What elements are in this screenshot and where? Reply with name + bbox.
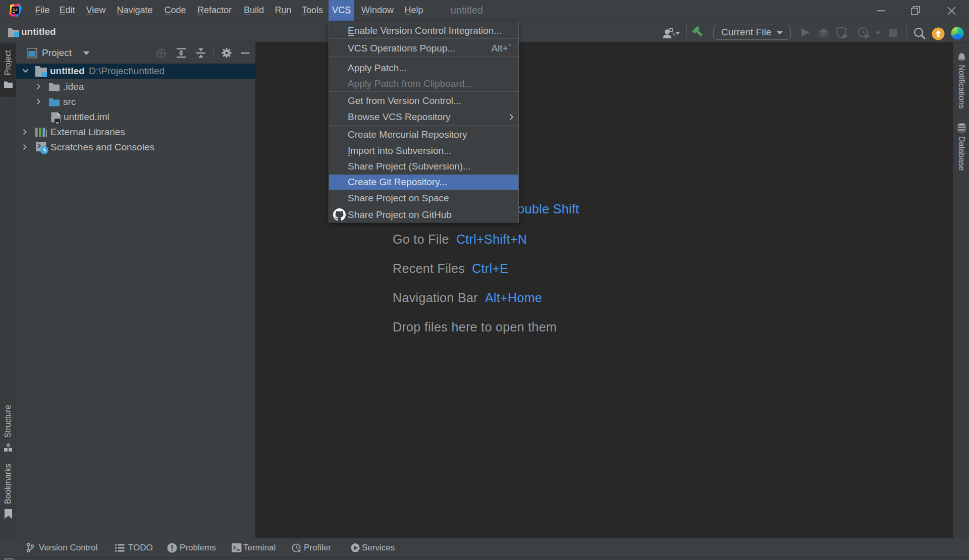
svg-text:IJ: IJ xyxy=(13,8,18,12)
